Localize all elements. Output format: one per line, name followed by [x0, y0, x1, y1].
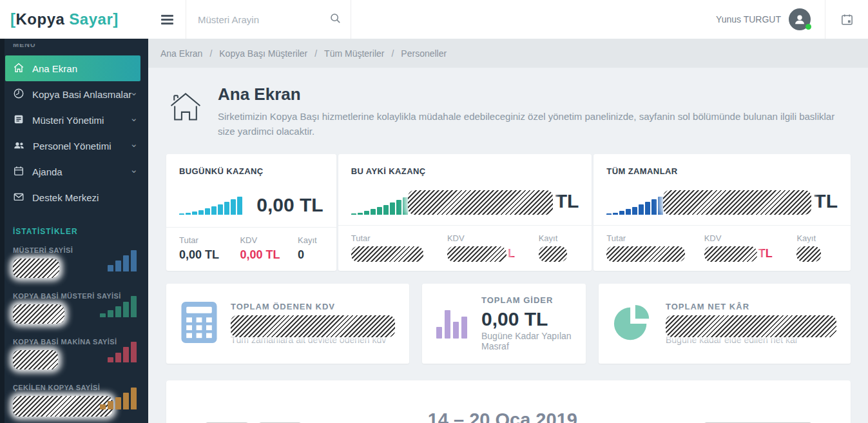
logo-text-primary: Kopya [16, 10, 65, 28]
censored-value [663, 190, 811, 215]
card-bugunku-kazanc: BUGÜNKÜ KAZANÇ 0,00 TL Tutar 0,00 TL KDV… [166, 154, 336, 271]
page-subtitle: Sirketimizin Kopya Başı hizmetlerine kol… [218, 109, 851, 139]
logo-text-accent: Sayar [69, 10, 113, 28]
card-value: 0,00 TL [481, 310, 572, 329]
breadcrumb-item[interactable]: Tüm Müşteriler [324, 48, 384, 59]
sub-stat-value-vat: TL [704, 246, 797, 262]
chevron-down-icon: ⌄ [130, 89, 138, 95]
card-title: BUGÜNKÜ KAZANÇ [179, 166, 323, 176]
bar-chart-icon [436, 309, 468, 339]
card-value: 0,00 TL [256, 195, 323, 215]
stat-bar-chart [100, 296, 137, 317]
censored-value [704, 246, 757, 262]
sub-stat-value: 0,00 TL [179, 248, 240, 262]
sub-stat-value [606, 246, 704, 262]
sub-stat-label: KDV [240, 235, 298, 245]
calendar-panel: ‹ › bugün 14 – 20 Oca 2019 Ay Gün Ajanda [166, 380, 851, 423]
breadcrumb-item[interactable]: Personeller [401, 48, 447, 59]
card-value-censored: TL [663, 190, 838, 215]
calendar-title: 14 – 20 Oca 2019 [428, 409, 577, 423]
topbar-calendar-icon[interactable] [825, 0, 868, 39]
card-toplam-gider: TOPLAM GİDER 0,00 TL Bugüne Kadar Yapıla… [422, 284, 586, 364]
app-logo[interactable]: [ Kopya Sayar ] [0, 0, 148, 39]
censored-value [796, 246, 821, 262]
clock-icon [13, 88, 24, 101]
search-input[interactable] [198, 14, 329, 25]
card-subtitle: Bugüne Kadar Yapılan Masraf [481, 331, 572, 351]
censored-value [13, 396, 113, 417]
sub-stat-label: KDV [447, 233, 539, 243]
hamburger-menu-icon[interactable] [148, 0, 186, 39]
sidebar-item-label: Müsteri Yönetimi [32, 115, 104, 126]
sidebar-item-ajanda[interactable]: Ajanda ⌄ [0, 159, 148, 184]
sidebar-item-label: Kopya Basi Anlasmalar [32, 89, 131, 100]
sidebar: [ Kopya Sayar ] MENÜ Ana Ekran [0, 0, 148, 423]
card-title: TOPLAM ÖDENEN KDV [231, 302, 395, 311]
breadcrumb-separator: / [209, 48, 212, 59]
home-icon [13, 62, 24, 75]
breadcrumb-separator: / [314, 48, 317, 59]
breadcrumb-item[interactable]: Kopya Başı Müşteriler [219, 48, 307, 59]
sub-stat-label: KDV [704, 233, 797, 243]
sidebar-item-label: Destek Merkezi [32, 192, 99, 203]
stat-bar-chart [108, 250, 137, 271]
document-icon [13, 113, 24, 127]
stats-section-label: İSTATİSTİKLER [13, 227, 148, 236]
sidebar-item-destek-merkezi[interactable]: Destek Merkezi [0, 184, 148, 210]
earnings-spark-chart [351, 197, 408, 215]
sub-stat-label: Kayıt [539, 233, 579, 243]
earnings-cards-row: BUGÜNKÜ KAZANÇ 0,00 TL Tutar 0,00 TL KDV… [166, 154, 851, 271]
censored-value [13, 350, 58, 369]
app-window: [ Kopya Sayar ] MENÜ Ana Ekran [0, 0, 868, 423]
chevron-down-icon: ⌄ [130, 115, 138, 121]
card-title: BU AYKİ KAZANÇ [351, 166, 579, 176]
stat-musteri-sayisi: MÜSTERİ SAYİSİ [0, 239, 148, 284]
sidebar-item-kopya-basi-anlasmalar[interactable]: Kopya Basi Anlasmalar ⌄ [0, 81, 148, 107]
stat-kopya-basi-musteri-sayisi: KOPYA BASİ MÜSTERİ SAYİSİ [0, 284, 148, 330]
calculator-icon [180, 301, 218, 346]
page-title: Ana Ekran [218, 84, 851, 104]
user-avatar[interactable] [789, 8, 811, 30]
censored-value [351, 246, 423, 262]
sub-stat-label: Tutar [606, 233, 704, 243]
card-title: TÜM ZAMANLAR [606, 166, 838, 176]
censored-value [606, 246, 685, 262]
user-name[interactable]: Yunus TURGUT [716, 14, 781, 25]
sidebar-item-label: Personel Yönetimi [33, 141, 111, 152]
card-bu-ayki-kazanc: BU AYKİ KAZANÇ TL Tutar KDV [338, 154, 592, 271]
censored-value [13, 304, 64, 324]
censored-value [231, 315, 395, 337]
search-icon[interactable] [329, 12, 342, 27]
earnings-spark-chart [606, 197, 663, 215]
logo-bracket-open: [ [10, 10, 16, 28]
sub-stat-value [796, 246, 838, 262]
sub-stat-label: Tutar [179, 235, 240, 245]
breadcrumb-item[interactable]: Ana Ekran [160, 48, 202, 59]
topbar-right: Yunus TURGUT [716, 0, 868, 39]
breadcrumb: Ana Ekran / Kopya Başı Müşteriler / Tüm … [148, 39, 868, 68]
pie-chart-icon [613, 302, 653, 345]
sidebar-item-musteri-yonetimi[interactable]: Müsteri Yönetimi ⌄ [0, 107, 148, 133]
home-large-icon [168, 88, 204, 139]
card-toplam-odenen-kdv: TOPLAM ÖDENEN KDV Tüm zamanlara ait devl… [166, 284, 409, 364]
stat-bar-chart [108, 342, 137, 362]
sidebar-item-ana-ekran[interactable]: Ana Ekran [5, 55, 140, 81]
people-icon [13, 139, 25, 153]
chevron-down-icon: ⌄ [130, 141, 138, 147]
sub-stat-value: 0 [298, 248, 323, 262]
menu-section-label: MENÜ [13, 44, 148, 50]
card-title: TOPLAM GİDER [481, 295, 572, 305]
sub-stat-label: Kayıt [796, 233, 838, 243]
stat-kopya-basi-makina-sayisi: KOPYA BASİ MAKİNA SAYİSİ [0, 330, 148, 376]
breadcrumb-separator: / [391, 48, 394, 59]
censored-value [13, 259, 59, 278]
sub-stat-label: Kayıt [298, 235, 323, 245]
sub-stat-label: Tutar [351, 233, 447, 243]
sub-stat-value [351, 246, 447, 262]
stat-bar-chart [100, 388, 137, 409]
online-status-dot [805, 24, 811, 30]
censored-value [666, 315, 836, 337]
sidebar-item-personel-yonetimi[interactable]: Personel Yönetimi ⌄ [0, 133, 148, 159]
calendar-icon [13, 165, 24, 179]
calendar-toolbar: ‹ › bugün 14 – 20 Oca 2019 Ay Gün Ajanda [205, 409, 812, 423]
